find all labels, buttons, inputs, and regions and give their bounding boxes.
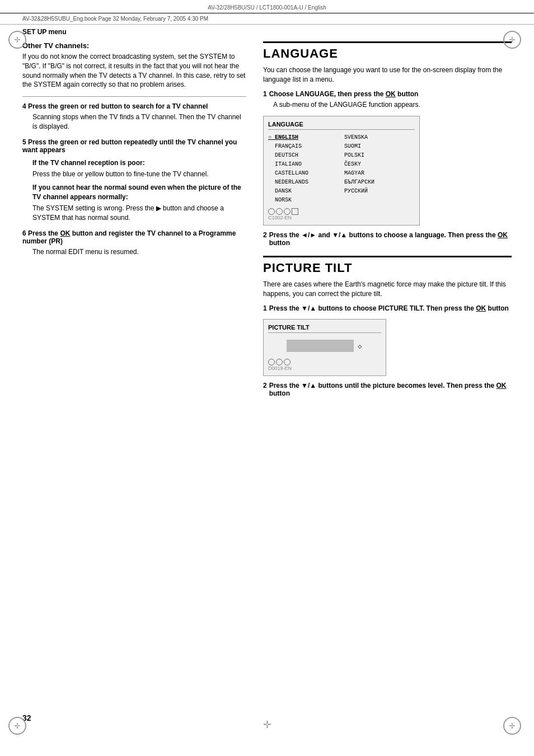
corner-circle-br: ✛: [503, 717, 521, 735]
picture-tilt-step2-text: Press the ▼/▲ buttons until the picture …: [269, 382, 512, 397]
picture-tilt-step2-number: 2: [263, 382, 267, 397]
corner-circle-bl: ✛: [8, 717, 26, 735]
step5-sub2-heading: If you cannot hear the normal sound even…: [32, 183, 246, 202]
lang-francais: FRANÇAIS: [268, 142, 339, 151]
step5-heading: 5 Press the green or red button repeated…: [22, 138, 246, 154]
step5: 5 Press the green or red button repeated…: [22, 138, 246, 223]
corner-bl: ✛: [8, 717, 31, 739]
icon-row: [268, 208, 415, 215]
lang-magyar: MAGYAR: [344, 169, 415, 178]
corner-br: ✛: [503, 717, 526, 739]
pt-icon-circle1: [268, 359, 275, 365]
corner-tl: ✛: [8, 31, 31, 53]
step4-body-text: Scanning stops when the TV finds a TV ch…: [32, 113, 241, 130]
corner-circle-tr: ✛: [503, 31, 521, 49]
language-step1-number: 1: [263, 90, 267, 98]
language-menu-right: SVENSKA SUOMI POLSKI ČESKY MAGYAR БЪЛГАР…: [344, 133, 415, 205]
lang-nederlands: NEDERLANDS: [268, 178, 339, 187]
other-tv-channels-body: If you do not know the correct broadcast…: [22, 52, 246, 90]
lang-dansk: DANSK: [268, 187, 339, 196]
corner-circle-tl: ✛: [8, 31, 26, 49]
language-intro: You can choose the language you want to …: [263, 65, 512, 84]
lang-polski: POLSKI: [344, 151, 415, 160]
lang-italiano: ITALIANO: [268, 160, 339, 169]
lang-deutsch: DEUTSCH: [268, 151, 339, 160]
picture-tilt-bar: [287, 340, 354, 352]
language-menu-box: LANGUAGE ○ ENGLISH FRANÇAIS DEUTSCH ITAL…: [263, 116, 420, 226]
step4: 4 Press the green or red button to searc…: [22, 102, 246, 132]
right-column: LANGUAGE You can choose the language you…: [263, 41, 512, 404]
picture-tilt-code: D0019-EN: [268, 365, 381, 371]
language-step1-body-text: A sub-menu of the LANGUAGE function appe…: [273, 101, 420, 109]
language-step2-number: 2: [263, 231, 267, 247]
picture-tilt-menu-title: PICTURE TILT: [268, 324, 381, 333]
sub-header: AV-32&28H5SUBU_Eng.book Page 32 Monday, …: [0, 13, 534, 25]
lang-russky: РУССКИЙ: [344, 187, 415, 196]
lang-svenska: SVENSKA: [344, 133, 415, 142]
picture-tilt-section: PICTURE TILT There are cases where the E…: [263, 256, 512, 397]
lang-bulgarski: БЪЛГАРСКИ: [344, 178, 415, 187]
language-menu-left: ○ ENGLISH FRANÇAIS DEUTSCH ITALIANO CAST…: [268, 133, 339, 205]
picture-tilt-step1-heading: 1 Press the ▼/▲ buttons to choose PICTUR…: [263, 304, 512, 312]
picture-tilt-icons: [268, 359, 381, 365]
lang-suomi: SUOMI: [344, 142, 415, 151]
page-wrapper: AV-32/28H5BU/SU / LCT1800-001A-U / Engli…: [0, 0, 534, 756]
language-step1-body: A sub-menu of the LANGUAGE function appe…: [263, 100, 512, 110]
picture-tilt-bar-container: ⬦: [268, 337, 381, 354]
picture-tilt-step2: 2 Press the ▼/▲ buttons until the pictur…: [263, 382, 512, 397]
language-step2-text: Press the ◄/► and ▼/▲ buttons to choose …: [269, 231, 512, 247]
step6-heading: 6 Press the OK button and register the T…: [22, 229, 246, 245]
language-heading: LANGUAGE: [263, 41, 512, 61]
pt-icon-circle2: [276, 359, 283, 365]
main-content: Other TV channels: If you do not know th…: [0, 36, 534, 410]
language-step2: 2 Press the ◄/► and ▼/▲ buttons to choos…: [263, 231, 512, 247]
lang-cesky: ČESKY: [344, 160, 415, 169]
language-step1-heading: 1 Choose LANGUAGE, then press the OK but…: [263, 90, 512, 98]
lang-norsk: NORSK: [268, 196, 339, 205]
language-step1-text: Choose LANGUAGE, then press the OK butto…: [269, 90, 419, 98]
language-section: LANGUAGE You can choose the language you…: [263, 41, 512, 247]
lang-english: ○ ENGLISH: [268, 133, 339, 142]
step5-sub1-body: Press the blue or yellow button to fine-…: [32, 170, 246, 179]
pt-icon-row: [268, 359, 381, 365]
picture-tilt-step1-text: Press the ▼/▲ buttons to choose PICTURE …: [269, 304, 509, 312]
icon-circle1: [268, 208, 275, 215]
icon-circle3: [284, 208, 291, 215]
icon-circle2: [276, 208, 283, 215]
picture-tilt-intro: There are cases where the Earth's magnet…: [263, 280, 512, 299]
icon-square1: [292, 208, 298, 215]
step6: 6 Press the OK button and register the T…: [22, 229, 246, 257]
other-tv-channels-section: Other TV channels: If you do not know th…: [22, 41, 246, 90]
corner-tr: ✛: [503, 31, 526, 53]
language-menu-code: C1002-EN: [268, 215, 415, 220]
language-menu-content: ○ ENGLISH FRANÇAIS DEUTSCH ITALIANO CAST…: [268, 133, 415, 205]
step6-body-text: The normal EDIT menu is resumed.: [32, 248, 139, 256]
bottom-center-crosshair: ✛: [263, 719, 271, 731]
picture-tilt-step1-number: 1: [263, 304, 267, 312]
language-step1: 1 Choose LANGUAGE, then press the OK but…: [263, 90, 512, 110]
step4-heading-text: 4 Press the green or red button to searc…: [22, 102, 208, 110]
step5-heading-text: 5 Press the green or red button repeated…: [22, 138, 246, 154]
file-info: AV-32&28H5SUBU_Eng.book Page 32 Monday, …: [22, 16, 208, 22]
divider1: [22, 96, 246, 97]
picture-tilt-menu-box: PICTURE TILT ⬦ D0019: [263, 319, 386, 376]
section-label: SET UP menu: [0, 25, 534, 36]
step6-body: The normal EDIT menu is resumed.: [22, 247, 246, 257]
other-tv-channels-title: Other TV channels:: [22, 41, 246, 50]
header-doc-ref: AV-32/28H5BU/SU / LCT1800-001A-U / Engli…: [208, 4, 326, 11]
picture-tilt-step1: 1 Press the ▼/▲ buttons to choose PICTUR…: [263, 304, 512, 312]
tilt-arrow-icon: ⬦: [357, 341, 363, 351]
picture-tilt-step2-heading: 2 Press the ▼/▲ buttons until the pictur…: [263, 382, 512, 397]
step5-sub2-body: The SYSTEM setting is wrong. Press the ▶…: [32, 204, 246, 223]
picture-tilt-heading: PICTURE TILT: [263, 256, 512, 275]
lang-castellano: CASTELLANO: [268, 169, 339, 178]
step4-heading: 4 Press the green or red button to searc…: [22, 102, 246, 110]
step4-body: Scanning stops when the TV finds a TV ch…: [22, 112, 246, 132]
pt-icon-circle3: [284, 359, 291, 365]
language-step2-heading: 2 Press the ◄/► and ▼/▲ buttons to choos…: [263, 231, 512, 247]
step5-body: If the TV channel reception is poor: Pre…: [22, 158, 246, 223]
language-menu-title: LANGUAGE: [268, 121, 415, 130]
step6-heading-text: 6 Press the OK button and register the T…: [22, 229, 246, 245]
page-header: AV-32/28H5BU/SU / LCT1800-001A-U / Engli…: [0, 0, 534, 13]
language-menu-icons: [268, 208, 415, 215]
